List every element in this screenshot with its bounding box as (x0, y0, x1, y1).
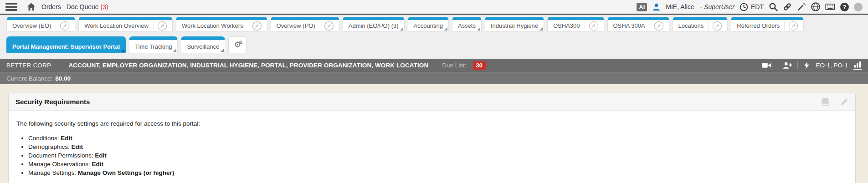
scope-text: ACCOUNT, EMPLOYER ORGANIZATION, INDUSTRI… (68, 62, 428, 69)
user-name[interactable]: MIE, Alice (666, 3, 694, 10)
open-in-new-icon[interactable]: ↗ (585, 21, 598, 30)
requirement-value: Manage Own Settings (or higher) (78, 169, 175, 176)
tab-label: Overview (EO) (12, 22, 51, 29)
tab-row-secondary: Portal Management: Supervisor Portal Tim… (6, 36, 862, 53)
top-bar: Orders Doc Queue (3) AI MIE, Alice - Sup… (0, 0, 868, 15)
open-in-new-icon[interactable]: ↗ (320, 21, 334, 30)
menu-icon[interactable] (5, 3, 17, 11)
user-icon (652, 3, 661, 11)
doc-queue-count: (3) (101, 3, 108, 10)
tab-work-location-workers[interactable]: Work Location Workers ↗ (176, 17, 267, 32)
wand-icon[interactable] (797, 2, 806, 11)
link-icon[interactable] (783, 2, 792, 11)
requirement-item: Manage Observations: Edit (28, 161, 847, 168)
content-area: Security Requirements The following secu… (0, 84, 868, 183)
tab-accounting[interactable]: Accounting (408, 17, 449, 32)
tab-row-primary: Overview (EO) ↗ Work Location Overview ↗… (6, 17, 862, 32)
open-in-new-icon[interactable]: ↗ (248, 21, 262, 30)
requirement-item: Document Permissions: Edit (28, 152, 847, 159)
ai-badge[interactable]: AI (637, 3, 647, 11)
quick-actions-bolt-icon[interactable] (803, 61, 810, 69)
tab-overview-po[interactable]: Overview (PO) ↗ (271, 17, 339, 32)
requirement-item: Demographics: Edit (28, 143, 847, 151)
open-in-new-icon[interactable]: ↗ (708, 21, 722, 30)
requirement-label: Document Permissions: (28, 152, 93, 159)
tab-label: Referred Orders (737, 22, 780, 29)
tab-work-location-overview[interactable]: Work Location Overview ↗ (78, 17, 173, 32)
tab-label: Admin (EO/PO) (3) (349, 22, 399, 29)
due-list-badge[interactable]: 30 (473, 61, 486, 70)
doc-queue-label: Doc Queue (67, 3, 99, 10)
open-in-new-icon[interactable]: ↗ (153, 21, 167, 30)
keyboard-icon[interactable] (825, 3, 835, 11)
tab-assets[interactable]: Assets (452, 17, 482, 32)
report-book-icon[interactable] (821, 97, 830, 107)
status-circle-icon (854, 3, 863, 11)
user-role: - SuperUser (700, 3, 734, 10)
requirement-value: Edit (61, 135, 72, 142)
tab-label: Time Tracking (135, 43, 172, 50)
requirements-list: Conditions: Edit Demographics: Edit Docu… (19, 135, 847, 177)
tab-label: Assets (458, 22, 476, 29)
help-icon[interactable]: ? (840, 3, 849, 11)
tab-osha300a[interactable]: OSHA 300A ↗ (607, 17, 669, 32)
requirement-value: Edit (95, 152, 107, 159)
company-name: BETTER CORP. (6, 62, 52, 69)
dashboard-chart-icon[interactable] (853, 61, 862, 70)
entity-refs[interactable]: EO-1, PO-1 (816, 62, 848, 69)
nav-doc-queue[interactable]: Doc Queue (3) (67, 3, 108, 10)
open-in-new-icon[interactable]: ↗ (784, 21, 798, 30)
balance-value: $0.00 (55, 75, 71, 82)
tab-time-tracking[interactable]: Time Tracking (129, 36, 178, 53)
due-list-label: Due List: (442, 62, 466, 69)
home-icon[interactable] (26, 3, 36, 11)
security-requirements-panel: Security Requirements The following secu… (8, 93, 856, 183)
requirement-label: Demographics: (28, 143, 70, 150)
tab-label: Work Location Workers (182, 22, 243, 29)
tab-label: OSHA 300A (613, 22, 645, 29)
context-bar: BETTER CORP. ACCOUNT, EMPLOYER ORGANIZAT… (0, 59, 868, 72)
requirement-value: Edit (72, 143, 83, 150)
tab-label: Portal Management: Supervisor Portal (12, 43, 120, 50)
tab-osha300[interactable]: OSHA300 ↗ (547, 17, 604, 32)
requirement-value: Edit (92, 161, 104, 168)
balance-label: Current Balance: (6, 75, 52, 82)
tab-portal-management-supervisor-portal[interactable]: Portal Management: Supervisor Portal (6, 36, 126, 53)
requirement-label: Conditions: (28, 135, 59, 142)
timezone-label: EDT (751, 3, 764, 10)
add-user-icon[interactable] (783, 61, 792, 69)
tab-overview-eo[interactable]: Overview (EO) ↗ (6, 17, 75, 32)
open-in-new-icon[interactable]: ↗ (650, 21, 663, 30)
tab-admin-eo-po[interactable]: Admin (EO/PO) (3) (343, 17, 405, 32)
tab-industrial-hygiene[interactable]: Industrial Hygiene (485, 17, 544, 32)
tab-label: OSHA300 (553, 22, 580, 29)
globe-icon[interactable] (811, 2, 820, 11)
requirements-intro: The following security settings are requ… (16, 120, 847, 127)
tab-label: Surveillance (187, 43, 219, 50)
open-in-new-icon[interactable]: ↗ (56, 21, 69, 30)
search-icon[interactable] (769, 2, 778, 11)
requirement-item: Conditions: Edit (28, 135, 847, 142)
tab-surveillance[interactable]: Surveillance (181, 36, 225, 53)
tab-label: Work Location Overview (84, 22, 149, 29)
panel-body: The following security settings are requ… (9, 111, 855, 183)
nav-orders[interactable]: Orders (41, 3, 61, 10)
tab-referred-orders[interactable]: Referred Orders ↗ (731, 17, 804, 32)
tab-label: Overview (PO) (277, 22, 315, 29)
tab-label: Accounting (414, 22, 443, 29)
requirement-label: Manage Observations: (28, 161, 90, 168)
tab-settings-gear-icon[interactable]: ⚙⚙ (228, 36, 247, 53)
panel-header: Security Requirements (9, 93, 855, 111)
video-camera-icon[interactable] (762, 61, 771, 69)
clock-icon[interactable] (740, 3, 748, 11)
edit-pencil-icon[interactable] (840, 98, 848, 106)
tab-label: Industrial Hygiene (491, 22, 538, 29)
panel-title: Security Requirements (15, 98, 90, 106)
tab-locations[interactable]: Locations ↗ (673, 17, 728, 32)
balance-bar: Current Balance: $0.00 (0, 72, 868, 84)
requirement-item: Manage Settings: Manage Own Settings (or… (28, 169, 847, 177)
tab-label: Locations (678, 22, 704, 29)
requirement-label: Manage Settings: (28, 169, 76, 176)
tabs-section: Overview (EO) ↗ Work Location Overview ↗… (0, 15, 868, 59)
